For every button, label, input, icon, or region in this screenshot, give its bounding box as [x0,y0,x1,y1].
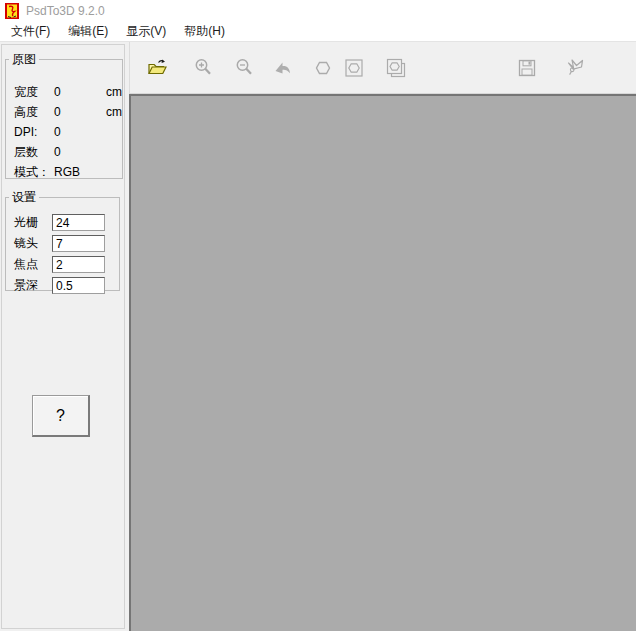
save-button[interactable] [513,54,541,82]
depth-label: 景深 [14,277,52,294]
hexagon-button[interactable] [309,54,337,82]
workspace: 原图 宽度 0 cm 高度 0 cm DPI: 0 [0,42,636,631]
hexagon-stack-icon [385,57,407,79]
row-layers: 层数 0 [6,142,122,162]
dpi-value: 0 [54,125,106,139]
field-raster: 光栅 [6,212,119,233]
left-panel: 原图 宽度 0 cm 高度 0 cm DPI: 0 [1,44,125,629]
zoom-out-icon [234,57,256,79]
zoom-in-button[interactable] [190,54,218,82]
width-label: 宽度 [14,84,54,101]
open-button[interactable] [143,54,171,82]
row-width: 宽度 0 cm [6,82,122,102]
width-unit: cm [106,85,122,99]
settings-groupbox-title: 设置 [9,189,39,206]
menu-edit[interactable]: 编辑(E) [59,21,117,42]
layers-label: 层数 [14,144,54,161]
app-window: PsdTo3D 9.2.0 文件(F) 编辑(E) 显示(V) 帮助(H) 原图… [0,0,636,631]
menubar: 文件(F) 编辑(E) 显示(V) 帮助(H) [0,22,636,42]
focus-label: 焦点 [14,256,52,273]
height-value: 0 [54,105,106,119]
hexagon-frame-icon [343,57,365,79]
hexagon-icon [312,57,334,79]
height-unit: cm [106,105,122,119]
height-label: 高度 [14,104,54,121]
focus-input[interactable] [52,256,105,273]
menu-file[interactable]: 文件(F) [2,21,59,42]
undo-icon [272,57,294,79]
hexagon-stack-button[interactable] [382,54,410,82]
layers-value: 0 [54,145,106,159]
save-icon [516,57,538,79]
lens-label: 镜头 [14,235,52,252]
lens-input[interactable] [52,235,105,252]
zoom-in-icon [193,57,215,79]
field-lens: 镜头 [6,233,119,254]
open-folder-icon [146,57,168,79]
mode-label: 模式： [14,164,54,181]
depth-input[interactable] [52,277,105,294]
row-dpi: DPI: 0 [6,122,122,142]
raster-input[interactable] [52,214,105,231]
psdto3d-app-icon [5,3,21,19]
window-title: PsdTo3D 9.2.0 [26,4,105,18]
raster-label: 光栅 [14,214,52,231]
hexagon-frame-button[interactable] [340,54,368,82]
mode-value: RGB [54,165,106,179]
original-groupbox-title: 原图 [9,51,39,68]
width-value: 0 [54,85,106,99]
field-depth: 景深 [6,275,119,296]
dpi-label: DPI: [14,125,54,139]
export-button[interactable] [562,54,590,82]
original-image-groupbox: 原图 宽度 0 cm 高度 0 cm DPI: 0 [5,51,123,179]
undo-button[interactable] [269,54,297,82]
canvas-area [129,94,636,631]
toolbar [129,42,636,94]
row-mode: 模式： RGB [6,162,122,182]
settings-groupbox: 设置 光栅 镜头 焦点 景深 [5,189,120,291]
field-focus: 焦点 [6,254,119,275]
menu-view[interactable]: 显示(V) [117,21,175,42]
zoom-out-button[interactable] [231,54,259,82]
menu-help[interactable]: 帮助(H) [175,21,234,42]
row-height: 高度 0 cm [6,102,122,122]
export-icon [565,57,587,79]
titlebar: PsdTo3D 9.2.0 [0,0,636,22]
help-button[interactable]: ? [32,395,90,437]
